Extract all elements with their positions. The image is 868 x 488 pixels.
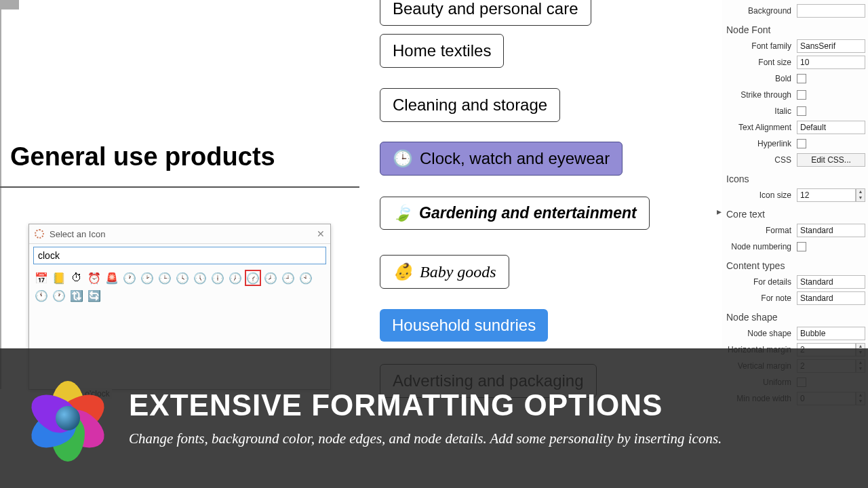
root-edge	[0, 186, 359, 188]
prop-label: Italic	[725, 106, 797, 116]
icon-option[interactable]: 📒	[51, 270, 67, 286]
gear-icon	[35, 229, 44, 239]
prop-label: Background	[725, 6, 797, 16]
icon-option[interactable]: 🕚	[33, 287, 50, 304]
node-clock-watch-eyewear[interactable]: 🕒Clock, watch and eyewear	[380, 142, 623, 176]
edit-css-button[interactable]: Edit CSS...	[797, 153, 865, 167]
node-baby-goods[interactable]: 👶Baby goods	[380, 255, 509, 289]
dialog-title: Select an Icon	[50, 229, 105, 239]
prop-label: Font size	[725, 58, 797, 67]
node-label: Beauty and personal care	[393, 0, 578, 18]
prop-label: Font family	[725, 41, 797, 51]
background-color-input[interactable]	[797, 4, 865, 18]
font-size-input[interactable]: 10	[797, 56, 865, 69]
icon-option[interactable]: 🕐	[51, 287, 67, 304]
icon-grid: 📅📒⏱⏰🚨🕐🕑🕒🕓🕔🕕🕖🕜🕗🕘🕙🕚🕐🔃🔄	[29, 267, 330, 306]
icon-option[interactable]: ⏱	[68, 270, 85, 286]
section-node-shape: Node shape	[722, 306, 868, 325]
numbering-checkbox[interactable]	[797, 242, 806, 251]
icon-option[interactable]: 🕐	[121, 270, 138, 286]
app-logo	[27, 378, 108, 459]
leaf-icon: 🍃	[393, 204, 412, 222]
connector	[0, 8, 19, 9]
section-content-types: Content types	[722, 255, 868, 274]
icon-search-input[interactable]	[33, 247, 326, 264]
prop-label: Text Alignment	[725, 123, 797, 132]
node-label: Cleaning and storage	[393, 96, 547, 115]
prop-label: For details	[725, 277, 797, 287]
prop-label: Icon size	[725, 190, 797, 200]
icon-option[interactable]: 🕜	[245, 270, 261, 286]
panel-collapse-handle[interactable]: ▸	[717, 206, 722, 217]
close-icon[interactable]: ✕	[317, 228, 325, 239]
icon-option[interactable]: 🕘	[280, 270, 296, 286]
icon-option[interactable]: 🚨	[104, 270, 120, 286]
node-label: Home textiles	[393, 41, 491, 60]
icon-size-input[interactable]: 12	[797, 188, 856, 202]
icon-option[interactable]: ⏰	[86, 270, 102, 286]
hyperlink-checkbox[interactable]	[797, 139, 806, 148]
prop-label: Bold	[725, 74, 797, 83]
prop-label: Strike through	[725, 90, 797, 100]
node-household-sundries[interactable]: Household sundries	[380, 309, 548, 342]
section-core-text: Core text	[722, 203, 868, 222]
format-select[interactable]: Standard	[797, 224, 865, 237]
node-gardening-entertainment[interactable]: 🍃Gardening and entertainment	[380, 197, 650, 230]
icon-option[interactable]: 🕒	[157, 270, 173, 286]
promo-subtitle: Change fonts, background color, node edg…	[129, 429, 722, 448]
bold-checkbox[interactable]	[797, 74, 806, 83]
root-node[interactable]: General use products	[10, 142, 275, 171]
icon-option[interactable]: 🔃	[68, 287, 85, 304]
icon-option[interactable]: 🕙	[298, 270, 314, 286]
section-icons: Icons	[722, 168, 868, 187]
icon-option[interactable]: 🕔	[192, 270, 208, 286]
node-label: Clock, watch and eyewear	[420, 149, 610, 168]
node-label: Baby goods	[420, 263, 496, 281]
icon-option[interactable]: 🕗	[262, 270, 279, 286]
text-align-select[interactable]: Default	[797, 121, 865, 134]
strike-checkbox[interactable]	[797, 90, 806, 100]
prop-label: For note	[725, 293, 797, 303]
prop-label: Format	[725, 226, 797, 235]
clock-icon: 🕒	[393, 149, 413, 168]
node-cleaning-storage[interactable]: Cleaning and storage	[380, 88, 560, 122]
node-shape-select[interactable]: Bubble	[797, 327, 865, 340]
note-select[interactable]: Standard	[797, 291, 865, 305]
connector	[0, 9, 1, 389]
icon-option[interactable]: 🔄	[86, 287, 102, 304]
icon-option[interactable]: 🕓	[174, 270, 191, 286]
dialog-titlebar: Select an Icon ✕	[29, 224, 330, 244]
baby-icon: 👶	[393, 262, 413, 281]
icon-option[interactable]: 🕕	[210, 270, 226, 286]
prop-label: Node shape	[725, 329, 797, 338]
node-beauty[interactable]: Beauty and personal care	[380, 0, 591, 26]
details-select[interactable]: Standard	[797, 275, 865, 289]
font-family-select[interactable]: SansSerif	[797, 39, 865, 53]
node-label: Gardening and entertainment	[419, 204, 637, 222]
spinner[interactable]: ▲▼	[856, 188, 865, 202]
prop-label: CSS	[725, 155, 797, 165]
prop-label: Hyperlink	[725, 139, 797, 148]
section-node-font: Node Font	[722, 19, 868, 38]
icon-option[interactable]: 🕑	[139, 270, 155, 286]
node-label: Household sundries	[392, 316, 536, 335]
promo-overlay: EXTENSIVE FORMATTING OPTIONS Change font…	[0, 348, 868, 488]
prop-label: Node numbering	[725, 242, 797, 251]
icon-option[interactable]: 🕖	[227, 270, 243, 286]
icon-option[interactable]: 📅	[33, 270, 50, 286]
italic-checkbox[interactable]	[797, 106, 806, 116]
node-home-textiles[interactable]: Home textiles	[380, 34, 504, 68]
promo-title: EXTENSIVE FORMATTING OPTIONS	[129, 388, 722, 422]
